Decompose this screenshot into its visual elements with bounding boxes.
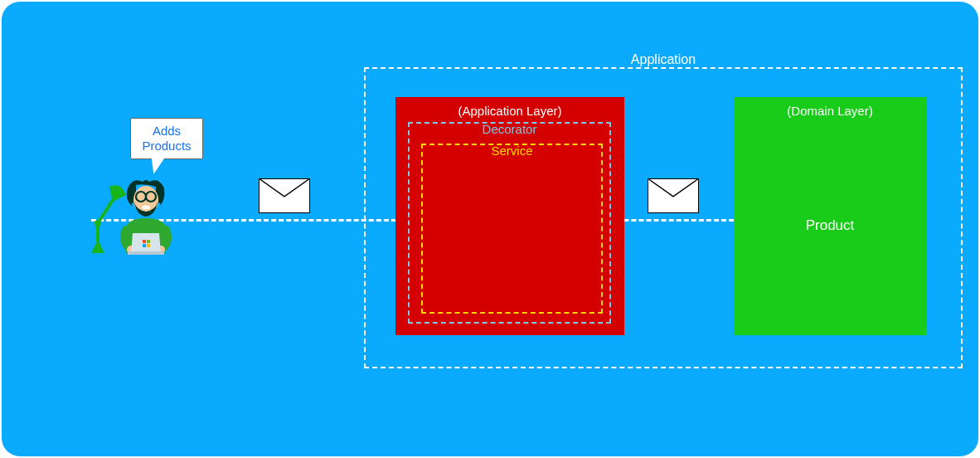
application-layer-box: (Application Layer) Decorator Service bbox=[395, 97, 624, 335]
svg-rect-12 bbox=[143, 244, 146, 247]
svg-rect-13 bbox=[147, 244, 150, 247]
domain-layer-label: (Domain Layer) bbox=[787, 104, 872, 118]
service-label: Service bbox=[491, 144, 532, 158]
svg-point-1 bbox=[95, 220, 101, 227]
speech-bubble: Adds Products bbox=[130, 118, 203, 159]
application-label: Application bbox=[631, 52, 696, 67]
svg-rect-10 bbox=[143, 240, 146, 243]
decorator-label: Decorator bbox=[483, 122, 537, 136]
service-box: Service bbox=[421, 144, 603, 314]
svg-rect-11 bbox=[147, 240, 150, 243]
speech-text: Adds Products bbox=[131, 124, 202, 153]
svg-point-6 bbox=[142, 206, 150, 210]
svg-rect-9 bbox=[128, 251, 164, 255]
envelope-icon bbox=[259, 178, 310, 213]
application-container: Application (Application Layer) Decorato… bbox=[364, 67, 963, 368]
diagram-canvas: Adds Products Application (Application L… bbox=[2, 2, 978, 456]
domain-layer-box: (Domain Layer) Product bbox=[734, 97, 926, 335]
product-label: Product bbox=[806, 217, 855, 234]
decorator-box: Decorator Service bbox=[408, 122, 611, 324]
application-layer-label: (Application Layer) bbox=[458, 104, 561, 118]
developer-icon bbox=[85, 172, 192, 263]
